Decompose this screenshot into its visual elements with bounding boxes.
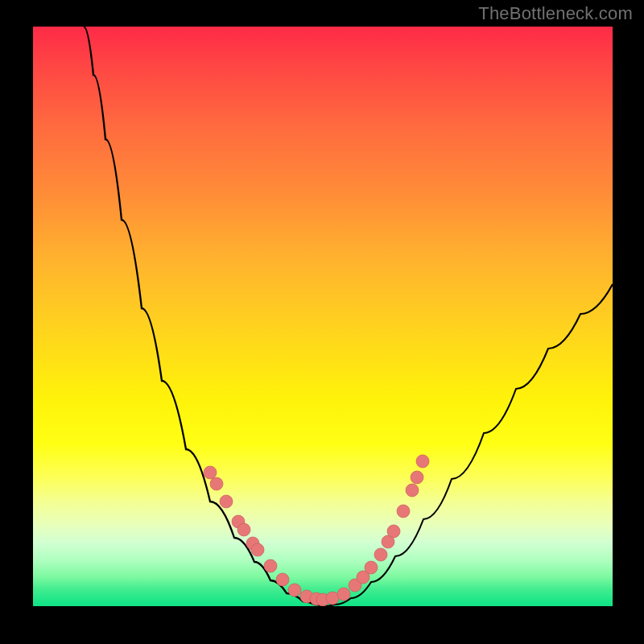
data-point <box>220 495 233 508</box>
data-point <box>276 573 289 586</box>
data-point <box>365 561 378 574</box>
data-point <box>237 523 250 536</box>
right-curve <box>323 284 613 606</box>
chart-frame: TheBottleneck.com <box>0 0 644 644</box>
left-dots-group <box>204 466 329 606</box>
data-point <box>397 505 410 518</box>
data-point <box>251 543 264 556</box>
data-point <box>337 588 350 601</box>
data-point <box>374 548 387 561</box>
right-dots-group <box>326 455 429 605</box>
data-point <box>387 525 400 538</box>
data-point <box>264 559 277 572</box>
data-point <box>406 484 419 497</box>
data-point <box>288 584 301 597</box>
data-point <box>411 471 423 484</box>
data-point <box>326 592 339 605</box>
curve-layer <box>33 27 613 606</box>
data-point <box>204 466 217 479</box>
data-point <box>416 455 429 468</box>
left-curve <box>84 27 323 606</box>
data-point <box>210 477 223 490</box>
watermark-text: TheBottleneck.com <box>478 3 633 24</box>
